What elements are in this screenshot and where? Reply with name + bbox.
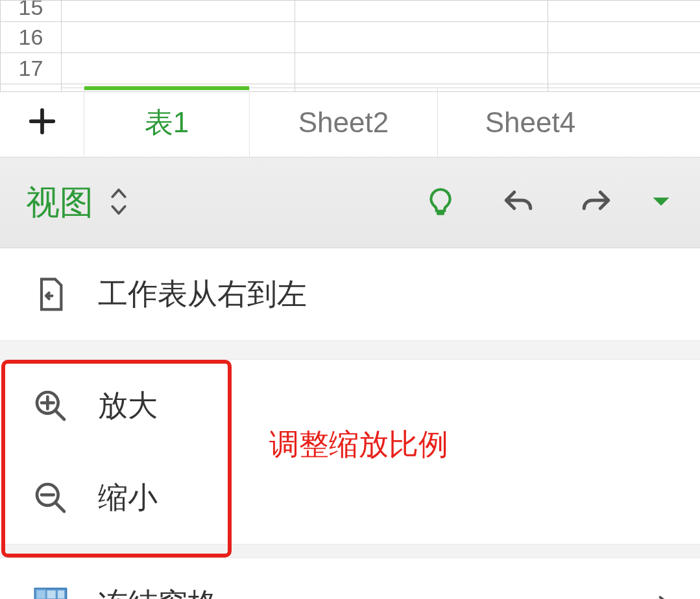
chevron-right-icon xyxy=(653,587,674,599)
sheet-tab-label: 表1 xyxy=(145,104,189,142)
up-down-chevron-icon[interactable] xyxy=(109,187,128,218)
zoom-in-icon xyxy=(32,388,69,424)
freeze-panes-icon xyxy=(32,586,69,599)
file-rtl-icon xyxy=(32,276,69,312)
row-header[interactable]: 17 xyxy=(0,53,62,84)
caret-down-icon xyxy=(651,196,671,210)
sheet-tab-bar: 表1 Sheet2 Sheet4 xyxy=(0,88,700,158)
cell[interactable] xyxy=(62,22,295,53)
cell[interactable] xyxy=(295,0,548,22)
plus-icon xyxy=(27,100,57,145)
undo-button[interactable] xyxy=(479,185,557,220)
redo-button[interactable] xyxy=(557,185,635,220)
menu-item-zoom-out[interactable]: 缩小 xyxy=(0,452,700,544)
zoom-out-icon xyxy=(32,480,69,516)
spreadsheet-grid[interactable]: 15 16 17 xyxy=(0,0,700,88)
cell[interactable] xyxy=(295,53,548,84)
toolbar-dropdown-button[interactable] xyxy=(635,196,687,210)
cell[interactable] xyxy=(548,0,700,22)
sheet-tab[interactable]: Sheet4 xyxy=(438,88,623,157)
annotation-text: 调整缩放比例 xyxy=(269,425,448,465)
undo-icon xyxy=(502,185,535,220)
menu-separator xyxy=(0,544,700,558)
menu-item-label: 缩小 xyxy=(98,478,158,518)
bottom-toolbar: 视图 xyxy=(0,158,700,248)
hint-button[interactable] xyxy=(402,185,479,220)
sheet-tab-label: Sheet2 xyxy=(298,106,389,139)
menu-item-label: 放大 xyxy=(98,386,158,426)
cell[interactable] xyxy=(62,0,295,22)
menu-item-label: 冻结窗格 xyxy=(98,584,217,599)
menu-separator xyxy=(0,340,700,360)
cell[interactable] xyxy=(548,53,700,84)
sheet-tab[interactable] xyxy=(623,88,700,157)
lightbulb-icon xyxy=(424,185,457,220)
view-options-menu: 工作表从右到左 放大 缩小 调整缩放比例 冻结窗格 xyxy=(0,248,700,599)
sheet-tab-active[interactable]: 表1 xyxy=(84,88,250,157)
row-header[interactable] xyxy=(0,84,62,92)
row-headers: 15 16 17 xyxy=(0,0,62,92)
row-header[interactable]: 16 xyxy=(0,22,62,53)
menu-item-rtl[interactable]: 工作表从右到左 xyxy=(0,248,700,340)
redo-icon xyxy=(580,185,612,220)
toolbar-mode-label[interactable]: 视图 xyxy=(26,180,93,226)
menu-item-label: 工作表从右到左 xyxy=(98,274,307,314)
menu-item-freeze-panes[interactable]: 冻结窗格 xyxy=(0,558,700,599)
sheet-tab[interactable]: Sheet2 xyxy=(250,88,438,157)
add-sheet-button[interactable] xyxy=(0,88,84,157)
zoom-group: 放大 缩小 调整缩放比例 xyxy=(0,360,700,544)
cell[interactable] xyxy=(295,22,548,53)
svg-rect-4 xyxy=(36,589,66,599)
row-header[interactable]: 15 xyxy=(0,0,62,22)
cell[interactable] xyxy=(62,53,295,84)
cell[interactable] xyxy=(548,22,700,53)
sheet-tab-label: Sheet4 xyxy=(485,106,575,139)
cells-area[interactable] xyxy=(62,0,700,92)
